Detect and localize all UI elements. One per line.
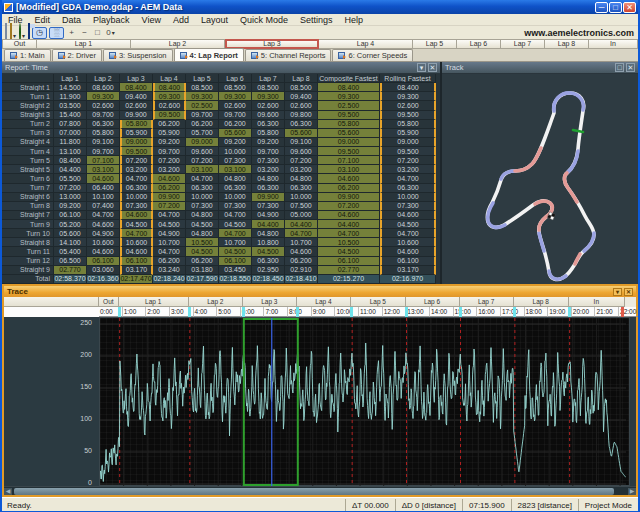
segment-time-cell[interactable]: 02.600	[153, 101, 186, 110]
segment-time-cell[interactable]: 06.200	[186, 257, 219, 266]
segment-time-cell[interactable]: 09.300	[252, 92, 285, 101]
trace-lap-cell-lap-8[interactable]: Lap 8	[514, 297, 569, 307]
trace-lap-cell-lap-7[interactable]: Lap 7	[460, 297, 514, 307]
segment-time-cell[interactable]: 04.600	[120, 211, 153, 220]
segment-time-cell[interactable]: 10.000	[285, 193, 318, 202]
segment-time-cell[interactable]: 06.200	[219, 120, 252, 129]
segment-time-cell[interactable]: 04.900	[87, 229, 120, 238]
segment-time-cell[interactable]: 06.300	[120, 184, 153, 193]
segment-time-cell[interactable]: 03.100	[186, 165, 219, 174]
segment-time-cell[interactable]: 07.200	[186, 156, 219, 165]
segment-time-cell[interactable]: 07.300	[120, 202, 153, 211]
segment-time-cell[interactable]: 09.700	[153, 147, 186, 156]
time-tick[interactable]: 12:00	[383, 307, 407, 317]
lap-bar-cell-lap-7[interactable]: Lap 7	[501, 39, 545, 49]
time-tick[interactable]: 21:00	[595, 307, 619, 317]
segment-time-cell[interactable]: 09.700	[219, 111, 252, 120]
menu-playback[interactable]: Playback	[87, 15, 136, 25]
lap-bar-cell-lap-8[interactable]: Lap 8	[545, 39, 589, 49]
lap-bar-cell-out[interactable]: Out	[2, 39, 37, 49]
segment-time-cell[interactable]: 08.500	[219, 83, 252, 92]
segment-time-cell[interactable]: 06.500	[54, 257, 87, 266]
segment-time-cell[interactable]: 04.600	[120, 247, 153, 256]
segment-time-cell[interactable]: 07.200	[153, 202, 186, 211]
trace-lap-cell-lap-5[interactable]: Lap 5	[351, 297, 405, 307]
trace-lap-cell-lap-4[interactable]: Lap 4	[297, 297, 351, 307]
segment-time-cell[interactable]: 04.700	[153, 247, 186, 256]
segment-time-cell[interactable]: 13.100	[54, 147, 87, 156]
segment-time-cell[interactable]: 10.500	[186, 238, 219, 247]
segment-time-cell[interactable]: 08.400	[153, 83, 186, 92]
menu-quick-mode[interactable]: Quick Mode	[234, 15, 294, 25]
tab-4-lap-report[interactable]: 4: Lap Report	[174, 48, 244, 61]
menu-settings[interactable]: Settings	[294, 15, 339, 25]
segment-time-cell[interactable]: 04.500	[120, 220, 153, 229]
segment-time-cell[interactable]: 06.200	[153, 257, 186, 266]
time-tick[interactable]: 1:00	[123, 307, 147, 317]
lap-bar-cell-lap-1[interactable]: Lap 1	[37, 39, 131, 49]
segment-time-cell[interactable]: 04.600	[87, 247, 120, 256]
segment-time-cell[interactable]: 09.800	[285, 111, 318, 120]
segment-time-cell[interactable]: 09.900	[120, 111, 153, 120]
segment-time-cell[interactable]: 03.100	[219, 165, 252, 174]
track-maximize-icon[interactable]: □	[615, 63, 624, 72]
website-link[interactable]: www.aemelectronics.com	[524, 28, 634, 38]
segment-time-cell[interactable]: 04.700	[120, 229, 153, 238]
time-tick[interactable]: 4:00	[194, 307, 218, 317]
trace-lap-cell-lap-2[interactable]: Lap 2	[189, 297, 243, 307]
segment-time-cell[interactable]: 08.400	[54, 156, 87, 165]
segment-time-cell[interactable]: 09.200	[219, 138, 252, 147]
segment-time-cell[interactable]: 06.100	[54, 211, 87, 220]
segment-time-cell[interactable]: 05.700	[186, 129, 219, 138]
segment-time-cell[interactable]: 03.200	[120, 165, 153, 174]
segment-time-cell[interactable]: 04.700	[87, 211, 120, 220]
segment-time-cell[interactable]: 03.450	[219, 266, 252, 275]
segment-time-cell[interactable]: 14.100	[54, 238, 87, 247]
trace-pin-icon[interactable]: ▾	[613, 288, 622, 296]
segment-time-cell[interactable]: 09.100	[285, 138, 318, 147]
segment-time-cell[interactable]: 07.300	[252, 156, 285, 165]
segment-time-cell[interactable]: 09.400	[285, 92, 318, 101]
segment-time-cell[interactable]: 04.800	[252, 229, 285, 238]
segment-time-cell[interactable]: 04.800	[252, 174, 285, 183]
trace-time-ruler[interactable]: 0:001:002:003:004:005:006:007:008:009:00…	[4, 307, 636, 317]
segment-time-cell[interactable]: 05.600	[54, 229, 87, 238]
segment-time-cell[interactable]: 04.500	[153, 220, 186, 229]
segment-time-cell[interactable]: 04.800	[186, 211, 219, 220]
lap-bar-cell-lap-5[interactable]: Lap 5	[413, 39, 457, 49]
time-tick[interactable]: 10:00	[335, 307, 359, 317]
trace-lap-cell-in[interactable]: In	[569, 297, 625, 307]
segment-time-cell[interactable]: 10.600	[87, 238, 120, 247]
segment-time-cell[interactable]: 04.500	[186, 247, 219, 256]
segment-time-cell[interactable]: 09.700	[186, 111, 219, 120]
segment-time-cell[interactable]: 07.200	[120, 156, 153, 165]
menu-view[interactable]: View	[136, 15, 167, 25]
segment-time-cell[interactable]: 05.000	[285, 211, 318, 220]
segment-time-cell[interactable]: 02.910	[285, 266, 318, 275]
segment-time-cell[interactable]: 06.300	[252, 257, 285, 266]
menu-help[interactable]: Help	[339, 15, 370, 25]
segment-time-cell[interactable]: 04.800	[186, 229, 219, 238]
segment-time-cell[interactable]: 09.700	[87, 147, 120, 156]
segment-time-cell[interactable]: 07.100	[87, 156, 120, 165]
zoom-reset-button[interactable]: □	[92, 27, 103, 38]
segment-time-cell[interactable]: 10.000	[120, 193, 153, 202]
segment-time-cell[interactable]: 04.900	[153, 229, 186, 238]
segment-time-cell[interactable]: 05.200	[54, 220, 87, 229]
segment-time-cell[interactable]: 07.300	[252, 202, 285, 211]
segment-time-cell[interactable]: 06.200	[153, 120, 186, 129]
menu-add[interactable]: Add	[167, 15, 195, 25]
segment-time-cell[interactable]: 04.400	[285, 220, 318, 229]
segment-time-cell[interactable]: 06.200	[285, 257, 318, 266]
segment-time-cell[interactable]: 10.000	[219, 193, 252, 202]
segment-time-cell[interactable]: 07.200	[285, 156, 318, 165]
segment-time-cell[interactable]: 02.600	[252, 101, 285, 110]
time-tick[interactable]: 18:00	[525, 307, 549, 317]
segment-time-cell[interactable]: 04.700	[120, 174, 153, 183]
segment-time-cell[interactable]: 09.600	[252, 111, 285, 120]
segment-time-cell[interactable]: 04.500	[252, 247, 285, 256]
trace-lap-cell-out[interactable]: Out	[99, 297, 119, 307]
segment-time-cell[interactable]: 09.700	[87, 111, 120, 120]
segment-time-cell[interactable]: 04.900	[252, 211, 285, 220]
segment-time-cell[interactable]: 08.400	[120, 83, 153, 92]
